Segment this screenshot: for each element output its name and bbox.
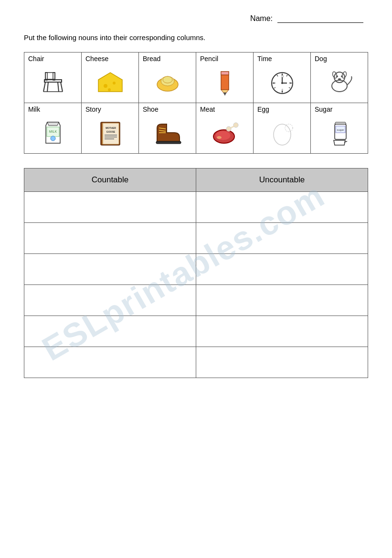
noun-cell-sugar: Sugar sugar [311,103,368,153]
egg-icon [268,118,297,147]
noun-cell-shoe: Shoe [139,103,196,153]
svg-point-62 [215,131,231,140]
countable-cell-4[interactable] [24,284,196,316]
noun-img-pencil [200,64,249,100]
svg-text:12: 12 [281,75,284,78]
noun-img-meat [200,115,249,151]
svg-point-67 [274,124,291,145]
uncountable-cell-2[interactable] [196,222,368,253]
svg-point-48 [51,136,55,141]
noun-label-cheese: Cheese [85,55,135,63]
svg-rect-17 [221,72,229,75]
noun-cell-pencil: Pencil [196,52,254,103]
svg-text:9: 9 [274,82,275,84]
countable-cell-1[interactable] [24,191,196,222]
svg-point-15 [163,76,172,83]
noun-cell-milk: Milk MILK [24,103,82,153]
noun-label-time: Time [257,55,307,63]
svg-line-5 [61,82,63,92]
answer-header-row: Countable Uncountable [24,168,368,191]
sugar-icon: sugar [325,118,354,147]
noun-label-story: Story [85,105,135,113]
name-field[interactable] [277,14,363,23]
milk-icon: MILK [39,118,67,147]
noun-cell-cheese: Cheese [82,52,139,103]
countable-cell-3[interactable] [24,253,196,284]
noun-img-dog [315,64,364,100]
noun-img-cheese [85,64,135,100]
noun-img-chair [28,64,77,100]
svg-line-7 [58,82,59,92]
svg-marker-45 [47,122,59,126]
answer-row-3 [24,253,368,284]
noun-row-2: Milk MILK Story [24,103,368,153]
noun-label-pencil: Pencil [200,55,249,63]
noun-label-meat: Meat [200,105,249,113]
noun-label-egg: Egg [257,105,307,113]
noun-img-sugar: sugar [315,115,364,151]
uncountable-cell-1[interactable] [196,191,368,222]
svg-rect-57 [156,141,181,144]
noun-img-story: MOTHER GOOSE [85,115,135,151]
noun-label-chair: Chair [28,55,77,63]
svg-point-12 [108,88,111,91]
noun-cell-dog: Dog [311,52,368,103]
countable-cell-2[interactable] [24,222,196,253]
noun-cell-bread: Bread [139,52,196,103]
svg-rect-53 [105,135,117,136]
uncountable-cell-5[interactable] [196,316,368,347]
name-label: Name: [250,14,273,23]
noun-img-egg [257,115,307,151]
cheese-icon [96,68,125,96]
svg-text:MOTHER: MOTHER [106,126,116,129]
noun-img-shoe [143,115,192,151]
svg-marker-70 [335,122,346,124]
countable-cell-5[interactable] [24,316,196,347]
uncountable-cell-3[interactable] [196,253,368,284]
answer-row-4 [24,284,368,316]
svg-rect-3 [45,73,55,79]
story-icon: MOTHER GOOSE [96,118,125,147]
svg-point-32 [281,82,283,84]
time-icon: 12 3 6 9 [268,68,297,96]
svg-rect-55 [105,138,114,139]
svg-rect-54 [105,137,117,137]
noun-cell-meat: Meat [196,103,254,153]
uncountable-header: Uncountable [196,168,368,191]
answer-row-5 [24,316,368,347]
pencil-icon [211,68,239,96]
noun-table: Chair Cheese [24,52,368,154]
chair-icon [39,68,67,96]
name-line: Name: [24,14,368,23]
noun-cell-chair: Chair [24,52,82,103]
svg-point-66 [217,136,222,139]
noun-cell-egg: Egg [254,103,311,153]
noun-row-1: Chair Cheese [24,52,368,103]
noun-img-bread [143,64,192,100]
svg-text:3: 3 [289,82,290,84]
answer-table: Countable Uncountable [24,168,368,378]
svg-line-6 [47,82,48,92]
svg-text:GOOSE: GOOSE [106,130,115,133]
noun-img-milk: MILK [28,115,77,151]
svg-point-42 [341,75,343,77]
svg-point-38 [334,72,345,83]
svg-point-11 [113,82,116,84]
meat-icon [211,118,239,147]
countable-header: Countable [24,168,196,191]
svg-point-65 [233,123,238,127]
countable-cell-6[interactable] [24,347,196,378]
instructions: Put the following nouns into their corre… [24,32,368,43]
uncountable-cell-4[interactable] [196,284,368,316]
uncountable-cell-6[interactable] [196,347,368,378]
noun-img-time: 12 3 6 9 [257,64,307,100]
svg-point-43 [338,78,341,80]
answer-row-2 [24,222,368,253]
noun-label-milk: Milk [28,105,77,113]
shoe-icon [153,118,182,147]
noun-label-sugar: Sugar [315,105,364,113]
svg-point-37 [332,80,347,92]
svg-point-41 [336,75,338,77]
noun-cell-story: Story MOTHER GOOSE [82,103,139,153]
svg-text:sugar: sugar [337,128,344,131]
